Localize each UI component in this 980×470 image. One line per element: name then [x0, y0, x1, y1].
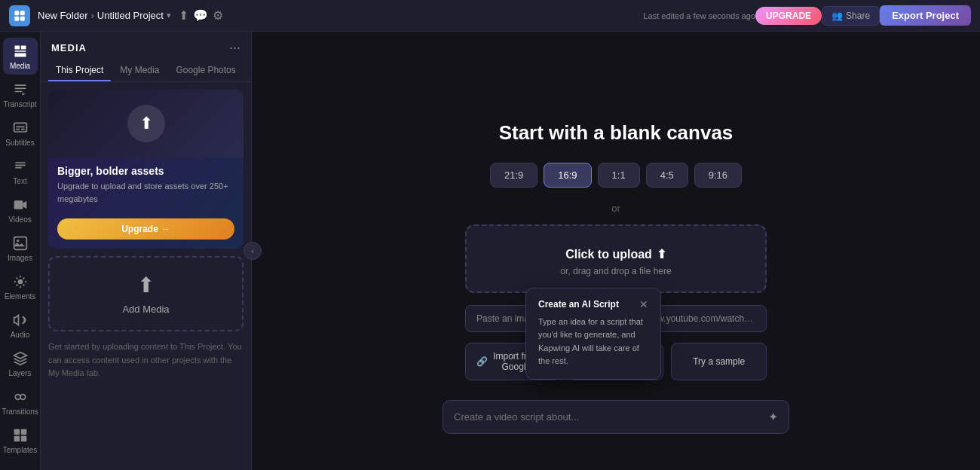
upgrade-button[interactable]: UPGRADE: [755, 7, 822, 25]
export-button[interactable]: Export Project: [880, 5, 971, 26]
upgrade-banner-image: ⬆: [48, 90, 243, 157]
ratio-21-9[interactable]: 21:9: [490, 163, 537, 188]
ratio-4-5[interactable]: 4:5: [646, 163, 688, 188]
sidebar-item-layers[interactable]: Layers: [3, 345, 38, 382]
main-layout: Media Transcript Subtitles Text Videos I…: [0, 32, 980, 470]
app-logo: [9, 5, 30, 26]
svg-rect-12: [16, 129, 20, 130]
sidebar-item-templates[interactable]: Templates: [3, 422, 38, 459]
breadcrumb-sep: ›: [90, 10, 93, 21]
project-name[interactable]: Untitled Project: [97, 10, 164, 21]
comment-icon[interactable]: 💬: [193, 8, 208, 23]
panel-more-button[interactable]: ···: [229, 41, 240, 54]
media-panel: MEDIA ··· This Project My Media Google P…: [41, 32, 252, 470]
sidebar-item-subtitles[interactable]: Subtitles: [3, 114, 38, 151]
sidebar-item-transcript[interactable]: Transcript: [3, 76, 38, 113]
upgrade-banner-title: Bigger, bolder assets: [57, 165, 234, 177]
svg-rect-8: [14, 84, 26, 86]
icon-sidebar: Media Transcript Subtitles Text Videos I…: [0, 32, 41, 470]
svg-point-19: [15, 395, 20, 400]
svg-rect-0: [14, 11, 19, 15]
panel-title: MEDIA: [51, 42, 87, 53]
sidebar-item-text[interactable]: Text: [3, 153, 38, 190]
upgrade-banner: ⬆ Bigger, bolder assets Upgrade to uploa…: [48, 90, 243, 249]
panel-header: MEDIA ···: [41, 32, 251, 60]
tab-my-media[interactable]: My Media: [112, 60, 167, 81]
upgrade-banner-button[interactable]: Upgrade →: [57, 218, 234, 240]
share-button[interactable]: 👥 Share: [822, 6, 880, 26]
canvas-ratios: 21:9 16:9 1:1 4:5 9:16: [490, 163, 742, 188]
google-icon: 🔗: [476, 356, 488, 367]
add-media-icon: ⬆: [137, 273, 155, 298]
svg-rect-3: [20, 16, 25, 20]
svg-point-18: [17, 279, 23, 285]
sidebar-item-videos-label: Videos: [8, 215, 31, 224]
sidebar-item-elements[interactable]: Elements: [3, 268, 38, 305]
script-send-button[interactable]: ✦: [768, 410, 778, 424]
canvas-or-text: or: [611, 203, 620, 214]
settings-icon[interactable]: ⚙: [213, 8, 223, 23]
sidebar-item-text-label: Text: [13, 177, 26, 185]
tab-this-project[interactable]: This Project: [48, 60, 111, 81]
upload-big-icon: ⬆: [127, 105, 165, 142]
svg-point-20: [20, 395, 26, 400]
upgrade-banner-desc: Upgrade to upload and store assets over …: [57, 180, 234, 205]
svg-rect-7: [14, 53, 26, 57]
upload-cloud-icon: ⬆: [657, 247, 666, 261]
svg-rect-15: [14, 200, 23, 209]
sidebar-item-media[interactable]: Media: [3, 38, 38, 75]
share-label: Share: [846, 11, 870, 21]
tab-google-photos[interactable]: Google Photos: [168, 60, 243, 81]
sidebar-item-audio-label: Audio: [11, 331, 30, 339]
upload-zone-title: Click to upload ⬆: [565, 247, 666, 261]
ratio-9-16[interactable]: 9:16: [694, 163, 742, 188]
sidebar-item-layers-label: Layers: [8, 369, 31, 377]
canvas-area: Start with a blank canvas 21:9 16:9 1:1 …: [252, 32, 980, 470]
svg-rect-1: [20, 11, 25, 15]
last-edited-time: Last edited a few seconds ago: [643, 11, 755, 20]
ai-tooltip-close-button[interactable]: ✕: [639, 299, 648, 310]
project-chevron[interactable]: ▾: [167, 11, 171, 20]
script-input-bar: ✦: [443, 400, 789, 434]
svg-rect-23: [14, 436, 20, 442]
sidebar-item-transcript-label: Transcript: [3, 100, 36, 108]
script-input-field[interactable]: [454, 411, 762, 423]
svg-rect-9: [14, 88, 26, 90]
ai-tooltip-text: Type an idea for a script that you'd lik…: [538, 316, 648, 368]
ratio-1-1[interactable]: 1:1: [598, 163, 640, 188]
panel-tabs: This Project My Media Google Photos: [41, 60, 251, 82]
svg-point-17: [17, 240, 19, 242]
sidebar-item-media-label: Media: [10, 62, 30, 70]
upload-zone-title-text: Click to upload: [565, 248, 652, 261]
folder-name[interactable]: New Folder: [38, 10, 87, 21]
upgrade-banner-text: Bigger, bolder assets Upgrade to upload …: [48, 157, 243, 212]
sidebar-item-templates-label: Templates: [3, 446, 38, 454]
sidebar-item-elements-label: Elements: [5, 292, 36, 301]
topbar: New Folder › Untitled Project ▾ ⬆ 💬 ⚙ La…: [0, 0, 980, 32]
sidebar-item-images[interactable]: Images: [3, 230, 38, 267]
ratio-16-9[interactable]: 16:9: [544, 163, 591, 188]
upgrade-arrow-icon: →: [161, 224, 170, 234]
panel-collapse-button[interactable]: ‹: [243, 242, 262, 260]
sidebar-item-audio[interactable]: Audio: [3, 307, 38, 343]
svg-rect-14: [16, 127, 25, 128]
sidebar-item-transitions[interactable]: Transitions: [3, 383, 38, 420]
sidebar-item-videos[interactable]: Videos: [3, 191, 38, 228]
breadcrumb: New Folder › Untitled Project ▾: [38, 10, 171, 21]
svg-rect-6: [14, 50, 26, 52]
ai-tooltip-title: Create an AI Script: [538, 299, 619, 310]
upload-zone-subtitle: or, drag and drop a file here: [560, 266, 671, 276]
svg-rect-24: [20, 436, 26, 442]
ai-script-tooltip: Create an AI Script ✕ Type an idea for a…: [525, 288, 661, 380]
sidebar-item-subtitles-label: Subtitles: [5, 139, 34, 147]
share-icon-small[interactable]: ⬆: [179, 8, 188, 23]
svg-rect-13: [20, 129, 24, 130]
svg-rect-2: [14, 16, 19, 20]
upload-zone[interactable]: Click to upload ⬆ or, drag and drop a fi…: [465, 224, 767, 293]
upgrade-banner-btn-label: Upgrade: [121, 224, 158, 234]
svg-rect-16: [14, 237, 26, 250]
try-sample-button[interactable]: Try a sample: [671, 343, 767, 380]
svg-rect-21: [14, 429, 20, 435]
sidebar-item-images-label: Images: [8, 254, 32, 262]
add-media-box[interactable]: ⬆ Add Media: [48, 256, 243, 331]
